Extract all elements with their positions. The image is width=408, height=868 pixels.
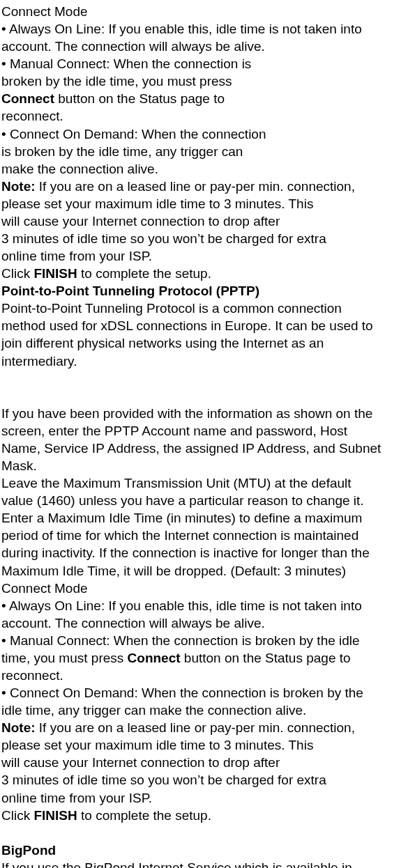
text-line: • Manual Connect: When the connection is bbox=[1, 55, 407, 72]
text-line: please set your maximum idle time to 3 m… bbox=[1, 195, 407, 212]
text-inline: to complete the setup. bbox=[77, 808, 211, 823]
document-body: Connect Mode • Always On Line: If you en… bbox=[1, 3, 407, 868]
text-line: online time from your ISP. bbox=[1, 247, 407, 265]
text-line: Point-to-Point Tunneling Protocol is a c… bbox=[1, 300, 407, 317]
text-line: is broken by the idle time, any trigger … bbox=[1, 143, 407, 160]
text-line: Leave the Maximum Transmission Unit (MTU… bbox=[1, 474, 407, 492]
text-line: Note: If you are on a leased line or pay… bbox=[1, 178, 407, 195]
text-line: reconnect. bbox=[1, 107, 407, 125]
text-line: Enter a Maximum Idle Time (in minutes) t… bbox=[1, 509, 407, 527]
text-line: account. The connection will always be a… bbox=[1, 614, 407, 632]
text-line: method used for xDSL connections in Euro… bbox=[1, 317, 407, 334]
text-inline: If you are on a leased line or pay-per m… bbox=[36, 179, 355, 194]
text-line: Click FINISH to complete the setup. bbox=[1, 807, 407, 824]
text-line: reconnect. bbox=[1, 667, 407, 684]
connect-mode-heading-2: Connect Mode bbox=[1, 580, 407, 597]
note-bold: Note: bbox=[1, 720, 36, 735]
text-line: 3 minutes of idle time so you won’t be c… bbox=[1, 771, 407, 789]
text-line: idle time, any trigger can make the conn… bbox=[1, 702, 407, 719]
text-inline: If you are on a leased line or pay-per m… bbox=[36, 720, 355, 735]
text-line: Click FINISH to complete the setup. bbox=[1, 265, 407, 282]
text-inline: button on the Status page to bbox=[54, 91, 225, 106]
text-line: • Connect On Demand: When the connection bbox=[1, 125, 407, 143]
text-line: Maximum Idle Time, it will be dropped. (… bbox=[1, 562, 407, 580]
text-line: Note: If you are on a leased line or pay… bbox=[1, 719, 407, 736]
text-line: intermediary. bbox=[1, 352, 407, 370]
text-line: will cause your Internet connection to d… bbox=[1, 212, 407, 230]
text-inline: time, you must press bbox=[1, 651, 128, 665]
text-line: during inactivity. If the connection is … bbox=[1, 544, 407, 561]
text-line: • Always On Line: If you enable this, id… bbox=[1, 20, 407, 38]
text-line: account. The connection will always be a… bbox=[1, 38, 407, 55]
bigpond-heading: BigPond bbox=[1, 842, 407, 859]
text-inline: Click bbox=[1, 808, 33, 823]
finish-bold: FINISH bbox=[33, 808, 77, 823]
note-bold: Note: bbox=[1, 179, 36, 194]
text-line: • Manual Connect: When the connection is… bbox=[1, 632, 407, 649]
text-inline: to complete the setup. bbox=[77, 266, 211, 281]
text-line: will cause your Internet connection to d… bbox=[1, 754, 407, 771]
connect-bold: Connect bbox=[128, 651, 181, 665]
text-line: Name, Service IP Address, the assigned I… bbox=[1, 440, 407, 457]
connect-bold: Connect bbox=[1, 91, 54, 106]
text-line: online time from your ISP. bbox=[1, 789, 407, 807]
text-line: value (1460) unless you have a particula… bbox=[1, 492, 407, 509]
text-line: make the connection alive. bbox=[1, 160, 407, 178]
text-line: time, you must press Connect button on t… bbox=[1, 649, 407, 667]
text-line: • Always On Line: If you enable this, id… bbox=[1, 597, 407, 614]
text-line: • Connect On Demand: When the connection… bbox=[1, 684, 407, 702]
text-line: join different physical networks using t… bbox=[1, 334, 407, 352]
text-line: Mask. bbox=[1, 457, 407, 474]
text-line: period of time for which the Internet co… bbox=[1, 527, 407, 544]
text-line: 3 minutes of idle time so you won’t be c… bbox=[1, 230, 407, 247]
text-line: Connect button on the Status page to bbox=[1, 90, 407, 107]
finish-bold: FINISH bbox=[33, 266, 77, 281]
text-line: screen, enter the PPTP Account name and … bbox=[1, 422, 407, 440]
pptp-heading: Point-to-Point Tunneling Protocol (PPTP) bbox=[1, 282, 407, 300]
text-line: If you use the BigPond Internet Service … bbox=[1, 859, 407, 868]
connect-mode-heading-1: Connect Mode bbox=[1, 3, 407, 20]
text-inline: Click bbox=[1, 266, 33, 281]
text-line: broken by the idle time, you must press bbox=[1, 72, 407, 90]
text-inline: button on the Status page to bbox=[181, 651, 351, 665]
text-line: If you have been provided with the infor… bbox=[1, 405, 407, 422]
text-line: please set your maximum idle time to 3 m… bbox=[1, 736, 407, 754]
